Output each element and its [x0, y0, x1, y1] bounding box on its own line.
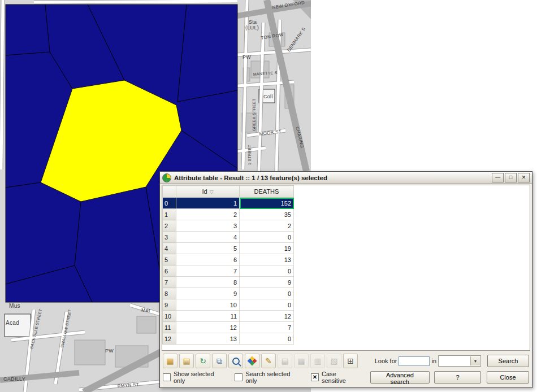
cell-deaths[interactable]: 0 [240, 265, 294, 277]
table-row: 12130 [163, 333, 294, 345]
row-header[interactable]: 7 [163, 277, 176, 288]
row-header[interactable]: 8 [163, 288, 176, 299]
row-header[interactable]: 2 [163, 220, 176, 232]
row-header[interactable]: 6 [163, 265, 176, 277]
checkbox-label: Show selected only [174, 371, 226, 384]
cell-deaths[interactable]: 9 [240, 277, 294, 288]
cell-id[interactable]: 4 [176, 232, 240, 243]
row-header[interactable]: 4 [163, 243, 176, 254]
help-button[interactable]: ? [434, 371, 481, 384]
footer-checkboxes: Show selected onlySearch selected only✕C… [163, 371, 370, 384]
qgis-screen: NEW OXFORDSta(LUL)TON ROWPWDENMARK SMANE… [0, 0, 537, 392]
dialog-footer: Show selected onlySearch selected only✕C… [163, 370, 529, 385]
cell-id[interactable]: 11 [176, 311, 240, 322]
field-dropdown[interactable]: ▼ [438, 355, 481, 367]
pan-to-selected-icon [248, 356, 257, 366]
column-header-id[interactable]: Id▽ [176, 186, 240, 198]
cell-id[interactable]: 3 [176, 220, 240, 232]
cell-id[interactable]: 10 [176, 299, 240, 311]
save-edits-icon: ▤ [281, 357, 288, 365]
toggle-editing-button[interactable]: ✎ [261, 354, 276, 368]
maximize-button[interactable]: □ [505, 173, 517, 182]
invert-selection-icon: ↻ [200, 357, 206, 365]
cell-id[interactable]: 5 [176, 243, 240, 254]
delete-column-icon: ▧ [330, 357, 337, 365]
table-row: 890 [163, 288, 294, 299]
search-selected-only-checkbox[interactable]: Search selected only [235, 371, 302, 384]
table-row: 9100 [163, 299, 294, 311]
cell-id[interactable]: 6 [176, 254, 240, 265]
cell-id[interactable]: 13 [176, 333, 240, 345]
cell-deaths[interactable]: 35 [240, 209, 294, 220]
row-header[interactable]: 0 [163, 198, 176, 209]
row-header[interactable]: 11 [163, 322, 176, 333]
cell-deaths[interactable]: 0 [240, 288, 294, 299]
cell-deaths[interactable]: 0 [240, 299, 294, 311]
toggle-editing-icon: ✎ [265, 357, 272, 365]
chevron-down-icon[interactable]: ▼ [470, 356, 480, 365]
map-label: Coll [263, 94, 273, 99]
attribute-table[interactable]: Id▽DEATHS 011521235232340451956136707898… [162, 185, 530, 351]
checkbox-box[interactable] [163, 373, 171, 381]
cell-deaths[interactable]: 7 [240, 322, 294, 333]
table-row: 232 [163, 220, 294, 232]
row-header[interactable]: 10 [163, 311, 176, 322]
cell-id[interactable]: 9 [176, 288, 240, 299]
row-header[interactable]: 9 [163, 299, 176, 311]
cell-deaths[interactable]: 152 [240, 198, 294, 209]
case-sensitive-checkbox[interactable]: ✕Case sensitive [311, 371, 361, 384]
cell-deaths[interactable]: 13 [240, 254, 294, 265]
save-edits-button: ▤ [278, 354, 292, 368]
zoom-to-selected-icon [232, 358, 240, 365]
minimize-button[interactable]: — [492, 173, 504, 182]
attribute-table-window: Attribute table - Result :: 1 / 13 featu… [159, 171, 532, 388]
table-row: 670 [163, 265, 294, 277]
unselect-all-button[interactable]: ▦ [163, 354, 177, 368]
advanced-search-button[interactable]: Advanced search [370, 371, 430, 384]
table-row: 340 [163, 232, 294, 243]
window-title: Attribute table - Result :: 1 / 13 featu… [174, 175, 488, 181]
move-selection-to-top-button[interactable]: ▤ [179, 354, 194, 368]
column-header-deaths[interactable]: DEATHS [240, 186, 294, 198]
look-for-input[interactable] [399, 356, 430, 366]
field-calculator-button[interactable]: ⊞ [343, 354, 358, 368]
zoom-to-selected-button[interactable] [228, 354, 243, 368]
titlebar[interactable]: Attribute table - Result :: 1 / 13 featu… [160, 172, 532, 184]
copy-selected-rows-button[interactable]: ⧉ [212, 354, 227, 368]
row-header[interactable]: 5 [163, 254, 176, 265]
in-label: in [431, 358, 436, 364]
copy-selected-rows-icon: ⧉ [216, 357, 222, 365]
pan-to-selected-button[interactable] [245, 354, 259, 368]
checkbox-box[interactable] [235, 373, 242, 381]
row-header[interactable]: 1 [163, 209, 176, 220]
cell-deaths[interactable]: 2 [240, 220, 294, 232]
delete-column-button: ▧ [327, 354, 341, 368]
cell-deaths[interactable]: 12 [240, 311, 294, 322]
cell-id[interactable]: 12 [176, 322, 240, 333]
cell-deaths[interactable]: 0 [240, 333, 294, 345]
cell-deaths[interactable]: 19 [240, 243, 294, 254]
close-button[interactable]: Close [487, 371, 529, 384]
table-row: 01152 [163, 198, 294, 209]
map-label: PW [242, 54, 251, 60]
row-header[interactable]: 3 [163, 232, 176, 243]
cell-id[interactable]: 8 [176, 277, 240, 288]
cell-id[interactable]: 7 [176, 265, 240, 277]
table-row: 4519 [163, 243, 294, 254]
row-header[interactable]: 12 [163, 333, 176, 345]
invert-selection-button[interactable]: ↻ [196, 354, 210, 368]
checkbox-label: Search selected only [245, 371, 302, 384]
map-label: Acad [6, 320, 19, 326]
map-label: (LUL) [245, 25, 259, 31]
close-window-button[interactable]: ✕ [518, 173, 530, 182]
checkbox-box[interactable]: ✕ [311, 373, 319, 381]
cell-deaths[interactable]: 0 [240, 232, 294, 243]
table-corner[interactable] [163, 186, 176, 198]
table-row: 789 [163, 277, 294, 288]
qgis-logo-icon [162, 173, 171, 182]
show-selected-only-checkbox[interactable]: Show selected only [163, 371, 226, 384]
delete-selected-icon: ▦ [297, 357, 305, 365]
cell-id[interactable]: 1 [176, 198, 240, 209]
cell-id[interactable]: 2 [176, 209, 240, 220]
search-button[interactable]: Search [487, 355, 529, 367]
